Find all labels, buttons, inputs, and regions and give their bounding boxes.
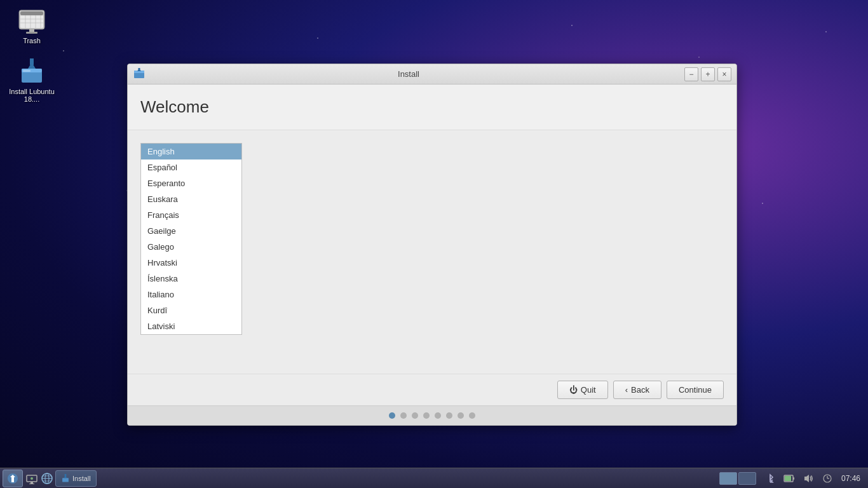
- continue-button[interactable]: Continue: [667, 381, 724, 399]
- titlebar-controls: − + ×: [684, 67, 731, 81]
- trash-icon-item[interactable]: Trash: [6, 6, 57, 44]
- taskbar-start-button[interactable]: [3, 470, 23, 487]
- volume-symbol: [803, 473, 813, 484]
- bluetooth-symbol: [765, 473, 775, 484]
- progress-dot-2: [412, 412, 418, 419]
- svg-rect-31: [62, 478, 69, 482]
- language-item-hrvatski[interactable]: Hrvatski: [141, 255, 241, 271]
- progress-dots: [128, 405, 736, 425]
- battery-icon[interactable]: [782, 471, 797, 486]
- progress-dot-5: [446, 412, 452, 419]
- trash-icon: [17, 6, 47, 37]
- clock-symbol: [823, 474, 832, 483]
- svg-rect-20: [139, 68, 140, 71]
- taskbar-time: 07:46: [839, 474, 863, 483]
- continue-label: Continue: [679, 385, 712, 395]
- lxde-icon: [6, 472, 19, 485]
- install-window: Install − + × Welcome EnglishEspañolEspe…: [127, 64, 737, 426]
- language-item-gaeilge[interactable]: Gaeilge: [141, 223, 241, 239]
- browser-icon: [41, 472, 53, 485]
- titlebar-install-icon: [133, 68, 146, 81]
- taskbar-install-icon: [61, 474, 70, 483]
- back-chevron-icon: ‹: [625, 385, 628, 395]
- svg-rect-16: [23, 70, 31, 72]
- taskbar-pager: [719, 472, 756, 485]
- taskbar-network-icon[interactable]: [24, 471, 39, 486]
- taskbar: Install: [0, 468, 868, 488]
- volume-icon[interactable]: [801, 471, 816, 486]
- welcome-heading: Welcome: [140, 97, 724, 117]
- install-icon: [17, 57, 47, 88]
- progress-dot-0: [389, 412, 395, 419]
- network-icon: [25, 472, 38, 485]
- window-title: Install: [151, 69, 667, 79]
- battery-symbol: [783, 473, 795, 484]
- svg-rect-23: [31, 482, 33, 484]
- progress-dot-6: [458, 412, 464, 419]
- bluetooth-icon[interactable]: [763, 471, 778, 486]
- taskbar-install-label: Install: [72, 475, 91, 482]
- trash-label: Trash: [23, 37, 41, 44]
- progress-dot-7: [469, 412, 475, 419]
- install-lubuntu-icon: [17, 57, 47, 88]
- svg-rect-36: [793, 477, 794, 480]
- taskbar-install-button[interactable]: Install: [55, 470, 97, 487]
- minimize-button[interactable]: −: [684, 67, 698, 81]
- language-item-francais[interactable]: Français: [141, 207, 241, 223]
- taskbar-browser-icon[interactable]: [39, 471, 55, 486]
- language-item-italiano[interactable]: Italiano: [141, 287, 241, 302]
- button-area: ⏻ Quit ‹ Back Continue: [128, 374, 736, 405]
- svg-rect-37: [785, 476, 791, 481]
- quit-icon: ⏻: [569, 385, 578, 395]
- install-lubuntu-icon-item[interactable]: Install Lubuntu 18....: [6, 57, 57, 103]
- language-item-galego[interactable]: Galego: [141, 239, 241, 255]
- language-item-euskara[interactable]: Euskara: [141, 191, 241, 207]
- pager-desk1[interactable]: [719, 472, 737, 485]
- language-list[interactable]: EnglishEspañolEsperantoEuskaraFrançaisGa…: [140, 143, 242, 335]
- language-item-islenska[interactable]: Íslenska: [141, 271, 241, 287]
- window-header: Welcome: [128, 85, 736, 130]
- taskbar-right: 07:46: [717, 471, 865, 486]
- svg-rect-15: [30, 58, 34, 65]
- desktop-icons: Trash Install Lubuntu 18....: [6, 6, 57, 103]
- svg-rect-10: [29, 29, 34, 32]
- titlebar: Install − + ×: [128, 64, 736, 85]
- language-item-esperanto[interactable]: Esperanto: [141, 175, 241, 191]
- clock-icon[interactable]: [820, 471, 835, 486]
- back-label: Back: [631, 385, 649, 395]
- close-button[interactable]: ×: [717, 67, 731, 81]
- back-button[interactable]: ‹ Back: [613, 381, 661, 399]
- maximize-button[interactable]: +: [701, 67, 715, 81]
- svg-rect-9: [20, 11, 43, 15]
- install-lubuntu-label: Install Lubuntu 18....: [6, 88, 57, 103]
- progress-dot-1: [400, 412, 407, 419]
- pager-desk2[interactable]: [738, 472, 756, 485]
- progress-dot-4: [435, 412, 441, 419]
- language-item-kurdi[interactable]: Kurdî: [141, 302, 241, 318]
- language-item-english[interactable]: English: [141, 144, 241, 159]
- quit-label: Quit: [581, 385, 596, 395]
- svg-rect-24: [29, 484, 34, 484]
- quit-button[interactable]: ⏻ Quit: [557, 381, 608, 399]
- svg-marker-38: [804, 475, 809, 482]
- svg-point-25: [31, 477, 33, 480]
- window-body: EnglishEspañolEsperantoEuskaraFrançaisGa…: [128, 130, 736, 374]
- svg-rect-11: [26, 32, 37, 34]
- window-content: Welcome EnglishEspañolEsperantoEuskaraFr…: [128, 85, 736, 425]
- progress-dot-3: [423, 412, 430, 419]
- language-item-espanol[interactable]: Español: [141, 159, 241, 175]
- svg-rect-33: [65, 474, 67, 477]
- language-item-latviski[interactable]: Latviski: [141, 318, 241, 334]
